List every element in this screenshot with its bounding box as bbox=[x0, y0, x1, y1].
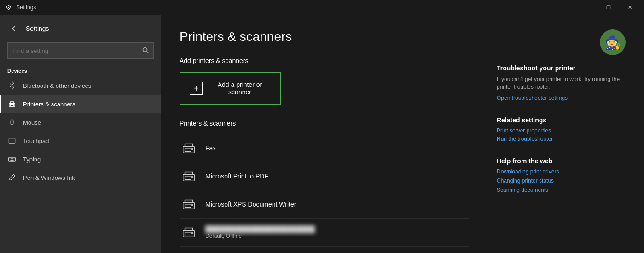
bluetooth-label: Bluetooth & other devices bbox=[23, 82, 91, 89]
svg-point-0 bbox=[143, 47, 147, 52]
bluetooth-icon bbox=[7, 81, 17, 90]
help-link-0[interactable]: Downloading print drivers bbox=[497, 168, 626, 175]
printer-item-blurred[interactable]: ████████████████████████ Default, Offlin… bbox=[180, 218, 469, 247]
back-button[interactable] bbox=[7, 22, 20, 35]
add-printer-button[interactable]: + Add a printer or scanner bbox=[180, 72, 281, 105]
svg-rect-22 bbox=[185, 204, 191, 208]
search-icon-button[interactable] bbox=[142, 47, 149, 55]
svg-line-1 bbox=[147, 51, 149, 53]
avatar-area: 🧙 bbox=[497, 29, 626, 55]
sidebar-item-typing[interactable]: Typing bbox=[0, 150, 161, 168]
divider-2 bbox=[497, 150, 626, 150]
pen-label: Pen & Windows Ink bbox=[23, 174, 75, 181]
typing-icon bbox=[7, 155, 17, 164]
svg-point-20 bbox=[191, 176, 192, 177]
svg-point-4 bbox=[14, 104, 14, 104]
svg-point-23 bbox=[191, 204, 192, 205]
pdf-printer-name: Microsoft Print to PDF bbox=[205, 172, 268, 180]
sidebar-item-bluetooth[interactable]: Bluetooth & other devices bbox=[0, 76, 161, 95]
mouse-icon bbox=[7, 118, 17, 127]
printer-item-xps[interactable]: Microsoft XPS Document Writer bbox=[180, 190, 469, 218]
right-panel: 🧙 Troubleshoot your printer If you can't… bbox=[497, 29, 626, 238]
sidebar-section-label: Devices bbox=[0, 64, 161, 76]
printer-item-fax[interactable]: Fax bbox=[180, 134, 469, 162]
sidebar-item-printers[interactable]: Printers & scanners bbox=[0, 95, 161, 113]
avatar: 🧙 bbox=[600, 29, 626, 55]
svg-rect-9 bbox=[9, 157, 16, 161]
fax-printer-icon bbox=[180, 139, 198, 157]
add-printer-label: Add a printer or scanner bbox=[209, 81, 271, 96]
pdf-printer-icon bbox=[180, 167, 198, 185]
content-main: Printers & scanners Add printers & scann… bbox=[180, 29, 469, 238]
typing-label: Typing bbox=[23, 156, 41, 163]
titlebar-controls: — ❐ ✕ bbox=[577, 0, 640, 15]
add-section-title: Add printers & scanners bbox=[180, 57, 469, 64]
svg-rect-19 bbox=[185, 176, 191, 180]
printers-section-title: Printers & scanners bbox=[180, 120, 469, 127]
printer-icon bbox=[7, 99, 17, 109]
minimize-button[interactable]: — bbox=[577, 0, 598, 15]
xps-printer-icon bbox=[180, 195, 198, 213]
divider-1 bbox=[497, 109, 626, 109]
main-content: Printers & scanners Add printers & scann… bbox=[161, 15, 644, 253]
search-box[interactable] bbox=[7, 42, 154, 59]
svg-rect-3 bbox=[10, 105, 14, 107]
sidebar-item-mouse[interactable]: Mouse bbox=[0, 113, 161, 132]
open-troubleshooter-link[interactable]: Open troubleshooter settings bbox=[497, 95, 626, 101]
titlebar-title: Settings bbox=[16, 4, 36, 11]
svg-point-17 bbox=[191, 148, 192, 149]
troubleshoot-title: Troubleshoot your printer bbox=[497, 64, 626, 72]
titlebar: ⚙ Settings — ❐ ✕ bbox=[0, 0, 644, 15]
search-input[interactable] bbox=[12, 47, 142, 54]
close-button[interactable]: ✕ bbox=[619, 0, 640, 15]
app-body: Settings Devices Bluetooth & other devic… bbox=[0, 15, 644, 253]
app-icon: ⚙ bbox=[6, 4, 12, 11]
blurred-printer-icon bbox=[180, 223, 198, 242]
maximize-button[interactable]: ❐ bbox=[598, 0, 619, 15]
run-troubleshooter-link[interactable]: Run the troubleshooter bbox=[497, 136, 626, 142]
troubleshoot-desc: If you can't get your printer to work, t… bbox=[497, 75, 626, 91]
mouse-label: Mouse bbox=[23, 119, 41, 126]
svg-point-26 bbox=[191, 232, 192, 233]
printer-item-pdf[interactable]: Microsoft Print to PDF bbox=[180, 162, 469, 190]
print-server-link[interactable]: Print server properties bbox=[497, 127, 626, 134]
printers-label: Printers & scanners bbox=[23, 101, 75, 108]
sidebar-item-pen[interactable]: Pen & Windows Ink bbox=[0, 168, 161, 187]
help-link-2[interactable]: Scanning documents bbox=[497, 187, 626, 193]
xps-printer-name: Microsoft XPS Document Writer bbox=[205, 201, 296, 208]
sidebar-item-touchpad[interactable]: Touchpad bbox=[0, 132, 161, 150]
fax-printer-name: Fax bbox=[205, 144, 216, 152]
svg-rect-25 bbox=[185, 232, 191, 236]
svg-rect-16 bbox=[185, 148, 191, 152]
page-title: Printers & scanners bbox=[180, 29, 469, 44]
plus-icon: + bbox=[190, 82, 203, 95]
related-settings-title: Related settings bbox=[497, 116, 626, 124]
help-title: Help from the web bbox=[497, 157, 626, 165]
blurred-printer-info: ████████████████████████ Default, Offlin… bbox=[205, 225, 315, 239]
help-link-1[interactable]: Changing printer status bbox=[497, 178, 626, 184]
sidebar: Settings Devices Bluetooth & other devic… bbox=[0, 15, 161, 253]
pen-icon bbox=[7, 173, 17, 182]
touchpad-label: Touchpad bbox=[23, 138, 49, 144]
titlebar-left: ⚙ Settings bbox=[6, 4, 36, 11]
sidebar-header: Settings bbox=[0, 18, 161, 42]
sidebar-app-title: Settings bbox=[26, 25, 49, 32]
touchpad-icon bbox=[7, 136, 17, 145]
